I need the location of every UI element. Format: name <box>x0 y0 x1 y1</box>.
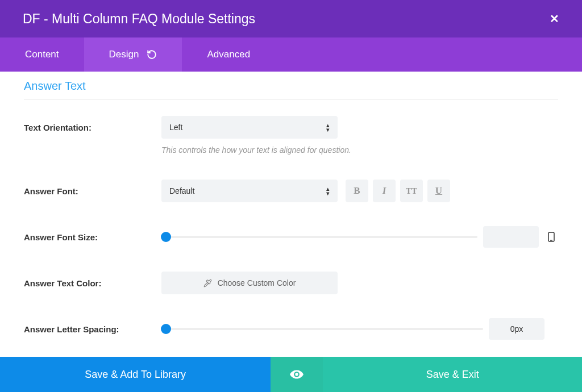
choose-color-button[interactable]: Choose Custom Color <box>161 272 338 294</box>
slider-letter-spacing[interactable] <box>161 328 483 330</box>
slider-thumb[interactable] <box>161 232 171 242</box>
slider-thumb[interactable] <box>161 324 171 334</box>
label-text-orientation: Text Orientation: <box>24 123 161 132</box>
font-style-group: B I TT U <box>346 180 450 202</box>
smallcaps-button[interactable]: TT <box>400 180 423 202</box>
tab-design[interactable]: Design <box>84 37 182 72</box>
chevron-updown-icon: ▴▾ <box>326 186 330 195</box>
field-answer-letter-spacing: Answer Letter Spacing: <box>0 318 582 340</box>
input-letter-spacing[interactable] <box>489 318 544 340</box>
section-title: Answer Text <box>0 72 582 99</box>
choose-color-label: Choose Custom Color <box>218 278 296 287</box>
chevron-updown-icon: ▴▾ <box>326 123 330 132</box>
eye-icon <box>289 367 304 382</box>
field-answer-font-size: Answer Font Size: <box>0 226 582 248</box>
label-answer-text-color: Answer Text Color: <box>24 278 161 288</box>
italic-button[interactable]: I <box>373 180 396 202</box>
module-title: DF - Multi Column FAQ Module Settings <box>23 11 255 27</box>
preview-button[interactable] <box>271 357 323 392</box>
input-font-size[interactable] <box>483 226 539 248</box>
close-button[interactable]: ✕ <box>550 12 559 26</box>
footer-bar: Save & Add To Library Save & Exit <box>0 357 582 392</box>
slider-font-size[interactable] <box>161 236 477 238</box>
save-add-library-button[interactable]: Save & Add To Library <box>0 357 271 392</box>
label-answer-font-size: Answer Font Size: <box>24 232 161 242</box>
help-text-orientation: This controls the how your text is align… <box>0 145 582 155</box>
label-answer-letter-spacing: Answer Letter Spacing: <box>24 324 161 334</box>
section-divider <box>24 99 558 100</box>
select-answer-font[interactable]: Default ▴▾ <box>161 180 338 202</box>
field-answer-font: Answer Font: Default ▴▾ B I TT U <box>0 180 582 202</box>
field-answer-text-color: Answer Text Color: Choose Custom Color <box>0 272 582 294</box>
label-answer-font: Answer Font: <box>24 186 161 196</box>
revert-icon[interactable] <box>147 49 157 60</box>
tab-content[interactable]: Content <box>0 37 84 72</box>
tab-design-label: Design <box>109 49 139 60</box>
select-text-orientation[interactable]: Left ▴▾ <box>161 116 338 139</box>
select-answer-font-value: Default <box>169 186 194 195</box>
tab-bar: Content Design Advanced <box>0 37 582 72</box>
tab-advanced[interactable]: Advanced <box>182 37 275 72</box>
responsive-icon[interactable] <box>544 226 558 248</box>
eyedropper-icon <box>203 279 212 287</box>
save-exit-button[interactable]: Save & Exit <box>323 357 582 392</box>
bold-button[interactable]: B <box>346 180 368 202</box>
select-text-orientation-value: Left <box>169 123 182 132</box>
field-text-orientation: Text Orientation: Left ▴▾ <box>0 116 582 139</box>
module-header: DF - Multi Column FAQ Module Settings ✕ <box>0 0 582 37</box>
underline-button[interactable]: U <box>427 180 450 202</box>
